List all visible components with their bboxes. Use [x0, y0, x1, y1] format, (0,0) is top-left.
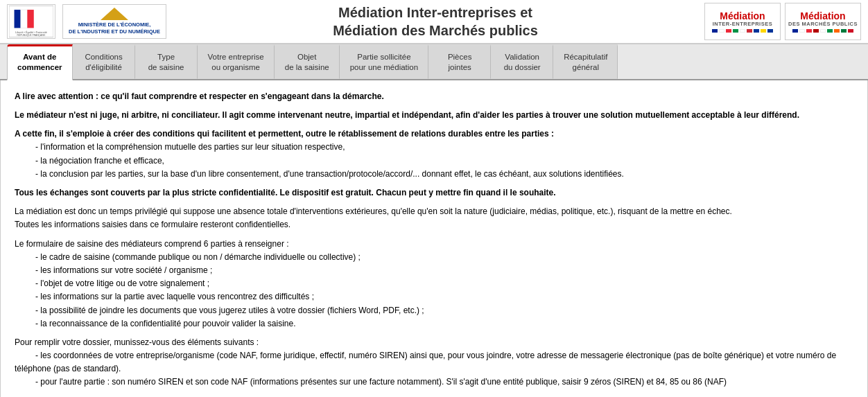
tab-recapitulatif[interactable]: Récapitulatifgénéral — [553, 44, 618, 79]
tab-bar: Avant decommencer Conditionsd'éligibilit… — [0, 44, 868, 80]
logo-rf: Liberté • Égalité • Fraternité RÉPUBLIQU… — [7, 4, 55, 39]
para2: Le médiateur n'est ni juge, ni arbitre, … — [15, 109, 853, 122]
para3: A cette fin, il s'emploie à créer des co… — [15, 127, 853, 181]
svg-rect-1 — [15, 10, 21, 28]
tab-validation[interactable]: Validationdu dossier — [491, 44, 553, 79]
para4: Tous les échanges sont couverts par la p… — [15, 186, 853, 200]
header: Liberté • Égalité • Fraternité RÉPUBLIQU… — [0, 0, 868, 44]
header-title: Médiation Inter-entreprises et Médiation… — [166, 3, 704, 39]
logos-left: Liberté • Égalité • Fraternité RÉPUBLIQU… — [7, 4, 166, 39]
tab-objet[interactable]: Objetde la saisine — [275, 44, 340, 79]
header-center: Médiation Inter-entreprises et Médiation… — [166, 3, 704, 39]
svg-text:RÉPUBLIQUE FRANÇAISE: RÉPUBLIQUE FRANÇAISE — [17, 33, 46, 37]
logo-ministere: MINISTÈRE DE L'ÉCONOMIE, DE L'INDUSTRIE … — [62, 4, 166, 39]
logo-mediation-publics: Médiation DES MARCHÉS PUBLICS — [785, 3, 861, 40]
main-content: A lire avec attention : ce qu'il faut co… — [0, 80, 868, 397]
svg-rect-3 — [27, 10, 33, 28]
para7: Pour remplir votre dossier, munissez-vou… — [15, 336, 853, 389]
tab-avant[interactable]: Avant decommencer — [7, 44, 73, 80]
flags-publics — [792, 29, 853, 33]
para6: Le formulaire de saisine des médiateurs … — [15, 238, 853, 330]
tab-conditions[interactable]: Conditionsd'éligibilité — [73, 44, 135, 79]
tab-partie[interactable]: Partie sollicitéepour une médiation — [340, 44, 428, 79]
svg-rect-2 — [21, 10, 27, 28]
para5: La médiation est donc un temps privilégi… — [15, 205, 853, 231]
para1: A lire avec attention : ce qu'il faut co… — [15, 90, 853, 103]
logo-mediation-inter: Médiation INTER-ENTREPRISES — [704, 3, 781, 40]
flags-inter — [712, 29, 773, 33]
tab-pieces[interactable]: Piècesjointes — [428, 44, 491, 79]
content-body: A lire avec attention : ce qu'il faut co… — [15, 90, 853, 397]
tab-entreprise[interactable]: Votre entrepriseou organisme — [198, 44, 275, 79]
tab-type[interactable]: Typede saisine — [135, 44, 198, 79]
para8: Après avoir renseigné toutes les étapes,… — [15, 395, 853, 397]
logos-right: Médiation INTER-ENTREPRISES Médiation DE… — [704, 3, 861, 40]
